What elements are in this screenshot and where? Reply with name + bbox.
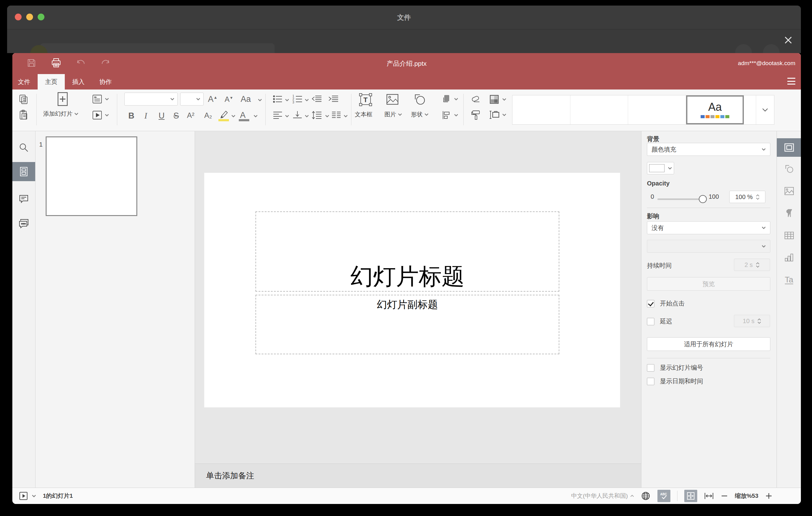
bold-button[interactable]: B [128,111,135,121]
delay-checkbox[interactable]: 延迟 [647,317,672,325]
tab-insert[interactable]: 插入 [65,74,92,89]
preview-button[interactable]: 预览 [647,277,770,291]
checkbox-icon[interactable] [647,378,654,385]
paragraph-settings-icon[interactable] [777,204,801,223]
slides-panel-icon[interactable] [12,162,35,181]
opacity-value-input[interactable]: 100 % [729,191,765,203]
bullets-button[interactable] [272,94,283,104]
start-on-click-checkbox[interactable]: 开始点击 [647,299,685,308]
spellcheck-icon[interactable]: ABC [658,490,670,502]
chevron-down-icon[interactable] [305,99,309,101]
zoom-out-icon[interactable] [721,492,728,500]
slide[interactable]: 幻灯片标题 幻灯片副标题 [204,173,620,407]
chat-icon[interactable] [12,214,35,233]
line-spacing-button[interactable] [311,110,323,120]
theme-thumbnail[interactable] [513,95,571,124]
duration-input[interactable]: 2 s [734,259,770,271]
add-slide-icon[interactable] [56,91,70,107]
delay-input[interactable]: 10 s [734,315,770,327]
checkbox-icon[interactable] [647,364,654,372]
tab-file[interactable]: 文件 [12,74,38,89]
align-shape-button[interactable] [440,109,458,121]
slide-size-button[interactable] [489,109,506,120]
italic-button[interactable]: I [144,111,147,121]
fit-to-slide-icon[interactable] [684,490,697,502]
comments-icon[interactable] [12,189,35,208]
chevron-down-icon[interactable] [305,115,309,117]
highlight-color-button[interactable] [219,109,229,118]
slide-thumbnail[interactable] [46,136,137,216]
paste-button[interactable] [18,109,29,120]
opacity-slider-track[interactable] [658,198,701,200]
textart-settings-icon[interactable]: Ta [777,271,801,289]
clear-style-button[interactable] [470,94,482,104]
increase-font-size-button[interactable]: A▲ [208,94,218,104]
numbering-button[interactable]: 123 [292,94,303,104]
change-case-button[interactable]: Aa [241,94,251,104]
spinner-arrows-icon[interactable] [756,194,759,200]
image-icon[interactable] [385,92,400,107]
decrease-font-size-button[interactable]: A▼ [225,95,233,104]
chevron-down-icon[interactable] [254,115,258,117]
chevron-down-icon[interactable] [285,99,289,101]
font-name-input[interactable] [124,93,178,106]
font-size-input[interactable] [180,93,204,106]
theme-thumbnail[interactable] [628,95,686,124]
zoom-in-icon[interactable] [765,492,773,500]
shape-icon[interactable] [412,92,427,107]
copy-button[interactable] [18,94,29,105]
slide-canvas[interactable]: 幻灯片标题 幻灯片副标题 [195,131,641,463]
image-settings-icon[interactable] [777,182,801,200]
strikethrough-button[interactable]: S [173,111,179,121]
apply-to-all-slides-button[interactable]: 适用于所有幻灯片 [647,337,770,351]
checkbox-icon[interactable] [647,318,654,325]
image-button[interactable]: 图片 [384,111,402,118]
font-color-button[interactable]: A [240,111,245,120]
effect-variant-select[interactable] [647,240,770,253]
effect-select[interactable]: 没有 [647,221,770,234]
fit-to-width-icon[interactable] [704,492,714,500]
spinner-arrows-icon[interactable] [757,318,761,324]
fill-type-select[interactable]: 颜色填充 [647,143,770,156]
document-language-icon[interactable] [641,491,651,501]
start-slideshow-status-button[interactable] [19,491,28,500]
theme-thumbnail[interactable] [571,95,629,124]
textbox-icon[interactable]: T [358,92,373,107]
theme-gallery-expand-button[interactable] [756,95,774,124]
subtitle-placeholder[interactable]: 幻灯片副标题 [256,295,559,354]
columns-button[interactable] [331,110,342,120]
menu-icon[interactable] [787,78,795,85]
chevron-down-icon[interactable] [258,99,262,101]
close-icon[interactable] [784,36,792,45]
fill-color-picker[interactable] [647,162,674,174]
start-slideshow-button[interactable] [91,109,109,121]
subscript-button[interactable]: A₂ [204,111,212,120]
chevron-down-icon[interactable] [285,115,289,117]
increase-indent-button[interactable] [328,94,339,104]
chevron-down-icon[interactable] [344,115,348,117]
color-scheme-button[interactable] [489,94,506,105]
table-settings-icon[interactable] [777,226,801,245]
checkbox-checked-icon[interactable] [647,300,654,307]
horizontal-align-button[interactable] [272,110,283,120]
theme-thumbnail[interactable] [744,95,756,124]
shape-settings-icon[interactable] [777,160,801,178]
chart-settings-icon[interactable] [777,249,801,267]
chevron-down-icon[interactable] [32,495,36,497]
copy-style-button[interactable] [470,109,481,121]
language-selector[interactable]: 中文(中华人民共和国) [571,492,634,500]
tab-collaboration[interactable]: 协作 [92,74,119,89]
decrease-indent-button[interactable] [311,94,323,104]
chevron-down-icon[interactable] [325,115,329,117]
notes-area[interactable]: 单击添加备注 [195,463,641,488]
show-date-time-checkbox[interactable]: 显示日期和时间 [647,377,703,385]
title-placeholder[interactable]: 幻灯片标题 [256,211,559,292]
search-icon[interactable] [12,138,35,157]
tab-home[interactable]: 主页 [38,74,65,89]
underline-button[interactable]: U [158,111,165,121]
slide-settings-icon[interactable] [777,138,801,157]
shape-button[interactable]: 形状 [411,111,429,118]
opacity-slider-knob[interactable] [699,195,707,203]
show-slide-number-checkbox[interactable]: 显示幻灯片编号 [647,364,703,372]
chevron-down-icon[interactable] [231,115,235,117]
